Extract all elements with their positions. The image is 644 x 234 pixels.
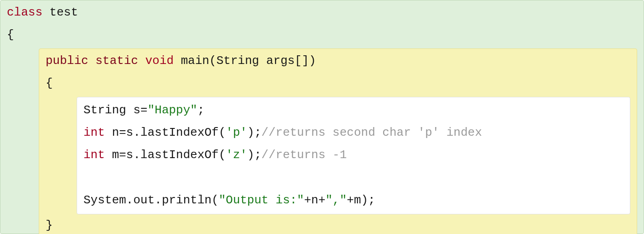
code-line-2: int n=s.lastIndexOf('p');//returns secon… <box>83 122 623 144</box>
method-block: public static void main(String args[]) {… <box>39 48 637 234</box>
keyword-static: static <box>88 54 138 68</box>
code-line-5: System.out.println("Output is:"+n+","+m)… <box>83 189 623 212</box>
class-open-brace: { <box>7 24 637 46</box>
method-signature: public static void main(String args[]) <box>46 50 630 72</box>
comment-text: //returns second char 'p' index <box>261 126 482 139</box>
code-line-blank <box>83 167 623 189</box>
string-literal: "Output is:" <box>218 193 304 207</box>
char-literal: 'p' <box>226 126 247 139</box>
class-block: class test { public static void main(Str… <box>0 0 644 234</box>
method-close-brace: } <box>46 214 630 234</box>
keyword-int: int <box>83 148 105 162</box>
string-literal: "Happy" <box>147 103 197 117</box>
comment-text: //returns -1 <box>261 148 347 162</box>
class-declaration: class test <box>7 1 637 24</box>
keyword-public: public <box>46 54 88 68</box>
char-literal: 'z' <box>226 148 247 162</box>
code-line-1: String s="Happy"; <box>83 99 623 122</box>
method-open-brace: { <box>46 72 630 95</box>
code-line-3: int m=s.lastIndexOf('z');//returns -1 <box>83 144 623 166</box>
string-literal: "," <box>326 193 347 207</box>
keyword-void: void <box>138 54 174 68</box>
method-body: String s="Happy"; int n=s.lastIndexOf('p… <box>77 97 630 214</box>
keyword-class: class <box>7 5 42 19</box>
class-name-text: test <box>42 5 78 19</box>
method-name-and-params: main(String args[]) <box>174 54 316 68</box>
keyword-int: int <box>83 126 105 139</box>
